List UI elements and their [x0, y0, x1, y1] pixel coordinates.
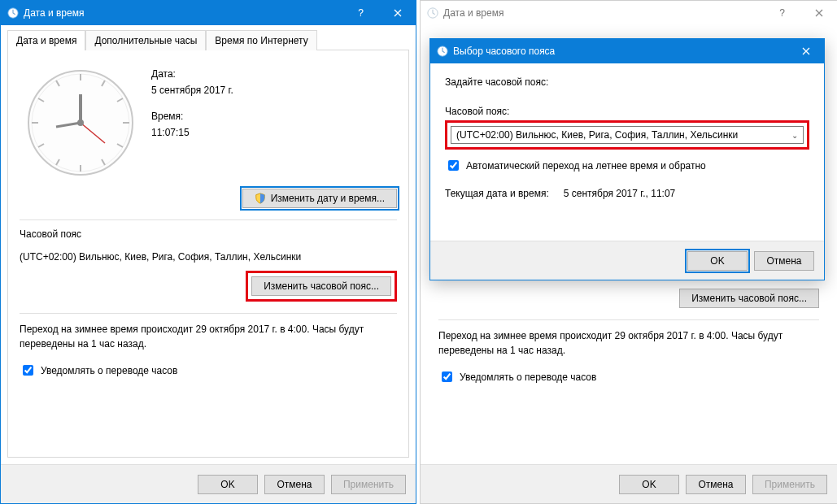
change-timezone-button[interactable]: Изменить часовой пояс...	[251, 276, 391, 296]
dialog-buttons: OK Отмена Применить	[1, 464, 416, 503]
tab-additional-clocks[interactable]: Дополнительные часы	[85, 30, 206, 50]
date-time-window-left: Дата и время ? Дата и время Дополнительн…	[0, 0, 416, 504]
auto-dst-checkbox-input[interactable]	[448, 160, 459, 171]
notify-checkbox-input[interactable]	[23, 365, 33, 376]
dialog-buttons: OK Отмена Применить	[421, 464, 837, 503]
apply-button[interactable]: Применить	[752, 475, 827, 494]
current-datetime-label: Текущая дата и время:	[445, 188, 549, 199]
analog-clock	[20, 62, 142, 184]
highlight-box: Изменить часовой пояс...	[246, 271, 397, 302]
datetime-icon	[427, 7, 438, 19]
cancel-button[interactable]: Отмена	[686, 475, 746, 494]
cancel-button[interactable]: Отмена	[754, 251, 814, 271]
svg-point-18	[77, 119, 84, 126]
change-date-time-button[interactable]: Изменить дату и время...	[242, 189, 397, 208]
time-value: 11:07:15	[151, 127, 233, 138]
timezone-combobox[interactable]: (UTC+02:00) Вильнюс, Киев, Рига, София, …	[451, 126, 804, 144]
close-icon	[802, 47, 810, 55]
chevron-down-icon: ⌄	[791, 131, 798, 140]
datetime-icon	[7, 7, 19, 19]
help-button[interactable]: ?	[764, 1, 800, 25]
client-area: Дата и время Дополнительные часы Время п…	[1, 25, 416, 503]
modal-buttons: OK Отмена	[430, 241, 824, 280]
dst-info: Переход на зимнее время происходит 29 ок…	[20, 322, 397, 351]
current-datetime-value: 5 сентября 2017 г., 11:07	[564, 188, 676, 199]
close-icon	[815, 9, 823, 17]
highlight-box: (UTC+02:00) Вильнюс, Киев, Рига, София, …	[445, 120, 809, 150]
notify-checkbox[interactable]: Уведомлять о переводе часов	[20, 363, 397, 378]
modal-title: Выбор часового пояса	[453, 46, 555, 57]
date-time-info: Дата: 5 сентября 2017 г. Время: 11:07:15	[142, 62, 233, 184]
tab-panel: Дата: 5 сентября 2017 г. Время: 11:07:15…	[7, 50, 409, 458]
window-title: Дата и время	[24, 7, 84, 19]
tab-date-time[interactable]: Дата и время	[7, 30, 85, 50]
close-button[interactable]	[379, 1, 416, 25]
combo-label: Часовой пояс:	[445, 106, 809, 117]
ok-button[interactable]: OK	[619, 475, 679, 494]
datetime-icon	[437, 46, 448, 57]
auto-dst-checkbox[interactable]: Автоматический переход на летнее время и…	[445, 158, 809, 173]
window-title: Дата и время	[443, 7, 504, 19]
ok-button[interactable]: OK	[687, 251, 748, 271]
ok-button[interactable]: OK	[198, 475, 258, 494]
prompt-text: Задайте часовой пояс:	[445, 76, 809, 88]
date-label: Дата:	[151, 68, 233, 80]
change-timezone-button[interactable]: Изменить часовой пояс...	[679, 289, 819, 308]
clock-icon	[24, 66, 137, 180]
timezone-value: (UTC+02:00) Вильнюс, Киев, Рига, София, …	[20, 251, 397, 263]
close-button[interactable]	[800, 1, 837, 25]
titlebar[interactable]: Дата и время ?	[1, 1, 416, 25]
tabs: Дата и время Дополнительные часы Время п…	[1, 25, 416, 50]
dst-info: Переход на зимнее время происходит 29 ок…	[438, 328, 819, 358]
modal-body: Задайте часовой пояс: Часовой пояс: (UTC…	[430, 63, 824, 241]
titlebar[interactable]: Дата и время ?	[421, 1, 837, 25]
titlebar[interactable]: Выбор часового пояса	[430, 39, 824, 63]
close-button[interactable]	[787, 39, 824, 63]
help-button[interactable]: ?	[342, 1, 379, 25]
tab-internet-time[interactable]: Время по Интернету	[206, 30, 316, 50]
time-label: Время:	[151, 111, 233, 122]
close-icon	[394, 9, 402, 17]
date-value: 5 сентября 2017 г.	[151, 85, 233, 96]
uac-shield-icon	[255, 193, 266, 204]
notify-checkbox-input[interactable]	[442, 371, 452, 382]
timezone-heading: Часовой пояс	[20, 228, 397, 240]
timezone-select-dialog: Выбор часового пояса Задайте часовой поя…	[429, 38, 825, 280]
apply-button[interactable]: Применить	[331, 475, 406, 494]
notify-checkbox[interactable]: Уведомлять о переводе часов	[438, 369, 819, 385]
cancel-button[interactable]: Отмена	[264, 475, 325, 494]
